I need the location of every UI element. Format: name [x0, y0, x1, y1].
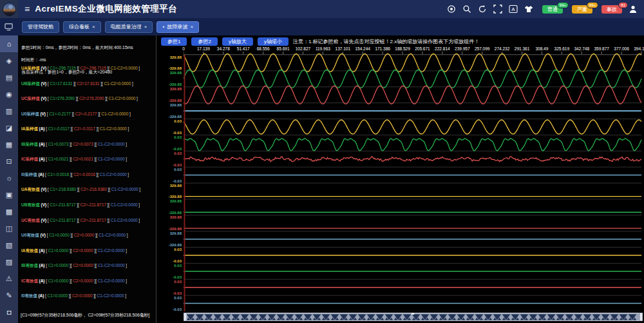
user-icon[interactable] — [629, 5, 638, 14]
x-tick-label: 377.006 — [611, 46, 632, 51]
meter-icon: ▨ — [6, 258, 12, 266]
tab-bar: 管理驾驶舱综合看板×电能质量治理×●故障录波× — [0, 18, 644, 35]
x-tick-label: 154.244 — [352, 46, 374, 51]
desktop-icon[interactable] — [5, 22, 13, 34]
alarm-badge-normal[interactable]: 普通99+ — [542, 5, 563, 14]
trace-IA采样值 — [184, 120, 641, 134]
bulb-icon: ☼ — [6, 174, 12, 182]
sidebar-item-power-pole[interactable]: ◫ — [0, 220, 18, 237]
y-min-label-15: -0.03 — [156, 308, 182, 311]
y-max-label-6: 0.03 — [156, 152, 182, 155]
sidebar-item-edit[interactable]: ✎ — [0, 287, 18, 304]
x-tick-label: 359.877 — [591, 46, 612, 51]
close-tab-icon[interactable]: × — [144, 24, 147, 30]
sidebar-item-solar-panel[interactable]: ▩ — [0, 203, 18, 220]
y-min-label-4: -0.03 — [156, 131, 182, 135]
search-icon[interactable] — [462, 5, 471, 14]
sidebar-item-media[interactable]: ▣ — [0, 186, 18, 203]
sidebar-item-report[interactable]: ▤ — [0, 69, 18, 86]
x-tick-label: 0 — [173, 46, 194, 51]
y-min-label-14: -0.03 — [156, 291, 182, 295]
close-tab-icon[interactable]: × — [92, 24, 95, 30]
waveform-plot[interactable] — [184, 51, 643, 311]
y-max-label-9: 329.88 — [156, 199, 182, 203]
sidebar-item-bulb[interactable]: ☼ — [0, 170, 18, 186]
channel-row-3: U0采样值 (V) [ C1=-0.2177 ][ C2=-0.2177 ][ … — [21, 112, 131, 117]
y-max-label-1: 329.88 — [156, 71, 182, 75]
ref1-button[interactable]: 参照1 — [161, 37, 187, 46]
yaxis-zoom-out-button[interactable]: y轴缩小 — [258, 37, 289, 46]
tab-1[interactable]: 综合看板× — [63, 21, 101, 33]
y-max-label-11: 329.88 — [156, 231, 182, 235]
sidebar-item-bar-chart[interactable]: ▥ — [0, 103, 18, 119]
channel-row-0: UA采样值 (V) [ C1=-296.7115 ][ C2=-296.7115… — [21, 66, 140, 72]
language-icon[interactable]: A — [509, 5, 518, 14]
hamburger-menu-icon[interactable]: ≡ — [24, 0, 30, 18]
sidebar-item-grid-cabinet[interactable]: ▧ — [0, 237, 18, 253]
alarm-badge-severe[interactable]: 严重99+ — [572, 5, 592, 14]
bar-chart-icon: ▥ — [6, 107, 12, 115]
y-max-label-0: 329.88 — [156, 55, 182, 59]
y-min-label-10: -329.88 — [156, 227, 182, 231]
close-tab-icon[interactable]: × — [190, 24, 193, 30]
x-tick-label: 119.963 — [312, 46, 334, 51]
fullscreen-icon[interactable] — [493, 5, 502, 14]
datazoom-center-grip — [412, 313, 414, 315]
x-tick-label: 34.278 — [213, 46, 234, 51]
y-min-label-0: -329.88 — [156, 66, 182, 70]
y-min-label-9: -329.88 — [156, 211, 182, 215]
sidebar-item-screen[interactable]: ⊡ — [0, 153, 18, 170]
x-tick-label: 137.101 — [332, 46, 354, 51]
channel-row-1: UB采样值 (V) [ C1=17.6131 ][ C2=17.6131 ][ … — [21, 81, 133, 87]
app-header: ≡ AcrelEMS企业微电网能效管理平台 A 普通99+ — [0, 0, 644, 18]
x-tick-label: 342.748 — [571, 46, 592, 51]
refresh-icon[interactable] — [478, 5, 487, 14]
svg-text:A: A — [511, 6, 515, 12]
yaxis-zoom-in-button[interactable]: y轴放大 — [222, 37, 253, 46]
tab-2[interactable]: 电能质量治理× — [105, 21, 153, 33]
y-max-label-15: 0.03 — [156, 296, 182, 300]
x-tick-label: 274.232 — [491, 46, 513, 51]
y-max-label-4: 0.03 — [156, 119, 182, 123]
sidebar-item-documents[interactable]: ▦ — [0, 136, 18, 153]
trace-UA采样值 — [184, 54, 641, 72]
sidebar-item-warning[interactable]: ⚠ — [0, 270, 18, 287]
tab-label: 综合看板 — [69, 23, 90, 30]
sidebar-item-alarm-lamp[interactable]: ◉ — [0, 86, 18, 103]
warning-icon: ⚠ — [6, 275, 12, 283]
tab-0[interactable]: 管理驾驶舱 — [22, 21, 59, 33]
channel-row-10: UC有效值 (V) [ C1=-211.8717 ][ C2=-211.8717… — [21, 218, 140, 224]
sidebar-item-home[interactable]: ⌂ — [0, 35, 18, 52]
usage-notice: 注意：1.标记参照前，请先点击对应按钮！2.x轴的缩放请操作图表下方缩放组件！ — [293, 38, 479, 45]
datazoom-slider[interactable] — [184, 313, 643, 321]
x-tick-label: 17.139 — [193, 46, 214, 51]
tab-label: 管理驾驶舱 — [28, 23, 53, 30]
y-max-label-13: 0.03 — [156, 264, 182, 268]
theme-shirt-icon[interactable] — [524, 5, 533, 14]
x-tick-label: 239.957 — [451, 46, 473, 51]
sidebar-item-dashboard[interactable]: ◈ — [0, 52, 18, 69]
sidebar-item-archive[interactable]: ◘ — [0, 304, 18, 320]
x-tick-label: 68.556 — [252, 46, 274, 51]
grid-cabinet-icon: ▧ — [6, 241, 12, 250]
y-max-label-12: 0.03 — [156, 248, 182, 251]
channel-row-7: I0采样值 (A) [ C1=-0.0016 ][ C2=-0.0016 ][ … — [21, 172, 129, 178]
channel-row-6: IC采样值 (A) [ C1=0.0021 ][ C2=0.0021 ][ C1… — [21, 157, 127, 162]
home-icon: ⌂ — [7, 40, 12, 48]
documents-icon: ▦ — [6, 141, 12, 149]
datazoom-right-handle — [639, 313, 643, 321]
channel-row-9: UB有效值 (V) [ C1=-211.8717 ][ C2=-211.8717… — [21, 202, 140, 208]
sidebar-item-meter[interactable]: ▨ — [0, 253, 18, 270]
x-tick-label: 325.619 — [551, 46, 573, 51]
ref2-button[interactable]: 参照2 — [191, 37, 217, 46]
trace-UB采样值 — [184, 70, 641, 88]
y-min-label-11: -329.88 — [156, 243, 182, 247]
solar-panel-icon: ▩ — [6, 208, 12, 216]
avatar[interactable] — [3, 3, 16, 16]
sidebar-item-trend-chart[interactable]: ◪ — [0, 119, 18, 136]
tab-3[interactable]: ●故障录波× — [156, 21, 199, 33]
record-icon[interactable] — [447, 5, 456, 14]
y-max-label-14: 0.03 — [156, 280, 182, 284]
alarm-badge-accident[interactable]: 事故81 — [601, 5, 622, 14]
edit-icon: ✎ — [6, 291, 12, 300]
